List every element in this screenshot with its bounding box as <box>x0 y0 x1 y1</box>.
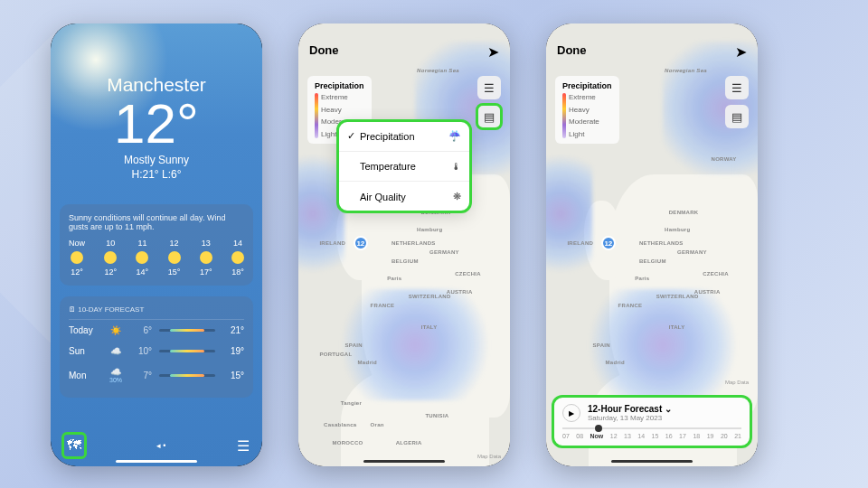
layer-option-precip[interactable]: ✓Precipitation☔ <box>338 121 470 152</box>
weather-icon: ☁️30% <box>108 367 123 383</box>
bottom-toolbar: 🗺 ◂ • ☰ <box>51 434 262 457</box>
hour-item: 1012° <box>104 239 117 277</box>
precip-overlay <box>341 289 489 400</box>
day-row[interactable]: Sun☁️10°19° <box>69 341 244 361</box>
done-button[interactable]: Done <box>309 43 339 61</box>
umbrella-icon: ☔ <box>448 130 461 142</box>
weather-icon: ☁️ <box>108 346 123 356</box>
layers-popup: ✓Precipitation☔ Temperature🌡 Air Quality… <box>338 121 470 211</box>
condition-text: Mostly Sunny <box>51 154 262 166</box>
day-row[interactable]: Mon☁️30%7°15° <box>69 361 244 389</box>
map-topbar: Done ➤ <box>546 43 758 61</box>
sun-icon <box>136 251 148 264</box>
weather-home-phone: Manchester 12° Mostly Sunny H:21° L:6° S… <box>51 23 262 466</box>
legend-gradient <box>315 93 318 138</box>
precip-overlay <box>589 289 737 400</box>
locate-icon[interactable]: ➤ <box>487 43 499 61</box>
timeline-ticks: 0708Now12131415161718192021 <box>562 433 741 439</box>
weather-icon: ☀️ <box>108 325 123 335</box>
summary-text: Sunny conditions will continue all day. … <box>69 213 244 231</box>
precip-legend: Precipitation Extreme Heavy Moderate Lig… <box>555 76 619 144</box>
day-row[interactable]: Today☀️6°21° <box>69 320 244 341</box>
map-screen: 12 Norwegian Sea NORWAY DENMARK IRELAND … <box>546 23 758 466</box>
ten-day-card[interactable]: 🗓 10-DAY FORECAST Today☀️6°21° Sun☁️10°1… <box>60 296 253 398</box>
temp-range-bar <box>159 350 215 352</box>
hour-item: 1418° <box>231 239 244 277</box>
list-toggle-button[interactable]: ☰ <box>725 76 749 99</box>
sun-icon <box>71 251 83 264</box>
list-toggle-button[interactable]: ☰ <box>477 76 501 99</box>
layers-button[interactable]: ▤ <box>477 105 501 128</box>
hi-lo: H:21° L:6° <box>51 168 262 181</box>
layer-option-temp[interactable]: Temperature🌡 <box>338 152 470 182</box>
sun-icon <box>231 251 244 264</box>
weather-map-layers-phone: 12 Norwegian Sea DENMARK IRELAND NETHERL… <box>298 23 510 466</box>
hour-item: 1114° <box>136 239 148 277</box>
sun-icon <box>200 251 212 264</box>
play-button[interactable]: ▶ <box>562 404 580 422</box>
chevron-down-icon: ⌄ <box>665 404 672 414</box>
sun-icon <box>168 251 181 264</box>
timeline-title[interactable]: 12-Hour Forecast ⌄ <box>588 404 672 414</box>
hourly-card[interactable]: Sunny conditions will continue all day. … <box>60 204 253 286</box>
weather-map-timeline-phone: 12 Norwegian Sea NORWAY DENMARK IRELAND … <box>546 23 758 466</box>
map-right-buttons: ☰ ▤ <box>477 76 501 128</box>
temp-range-bar <box>159 329 215 332</box>
home-indicator[interactable] <box>116 460 197 463</box>
hour-item: 1215° <box>168 239 181 277</box>
layers-button[interactable]: ▤ <box>725 105 749 128</box>
page-dots[interactable]: ◂ • <box>156 441 166 450</box>
check-icon: ✓ <box>347 130 360 142</box>
thermometer-icon: 🌡 <box>451 161 461 172</box>
map-screen: 12 Norwegian Sea DENMARK IRELAND NETHERL… <box>298 23 510 466</box>
map-right-buttons: ☰ ▤ <box>725 76 749 128</box>
particles-icon: ❋ <box>453 191 461 202</box>
locate-icon[interactable]: ➤ <box>735 43 747 61</box>
sun-icon <box>104 251 117 264</box>
precip-overlay <box>546 147 592 280</box>
hour-item: 1317° <box>200 239 212 277</box>
done-button[interactable]: Done <box>557 43 587 61</box>
hourly-row: Now12° 1012° 1114° 1215° 1317° 1418° <box>69 239 244 277</box>
home-indicator[interactable] <box>611 460 693 463</box>
list-button[interactable]: ☰ <box>237 437 250 455</box>
temp-range-bar <box>159 374 215 377</box>
timeline-thumb[interactable] <box>595 425 602 432</box>
map-attribution[interactable]: Map Data <box>477 454 501 459</box>
map-button[interactable]: 🗺 <box>63 434 85 457</box>
weather-screen: Manchester 12° Mostly Sunny H:21° L:6° S… <box>51 23 262 466</box>
map-topbar: Done ➤ <box>298 43 510 61</box>
location-pin[interactable]: 12 <box>354 236 368 250</box>
layer-option-aqi[interactable]: Air Quality❋ <box>338 182 470 211</box>
timeline-track[interactable] <box>562 427 741 429</box>
location-pin[interactable]: 12 <box>601 236 616 250</box>
hour-item: Now12° <box>69 239 85 277</box>
ten-day-header: 🗓 10-DAY FORECAST <box>69 305 244 320</box>
timeline-date: Saturday, 13 May 2023 <box>588 414 672 422</box>
home-indicator[interactable] <box>363 460 445 463</box>
legend-gradient <box>562 93 566 138</box>
forecast-timeline[interactable]: ▶ 12-Hour Forecast ⌄ Saturday, 13 May 20… <box>553 397 750 446</box>
map-attribution[interactable]: Map Data <box>725 380 749 385</box>
